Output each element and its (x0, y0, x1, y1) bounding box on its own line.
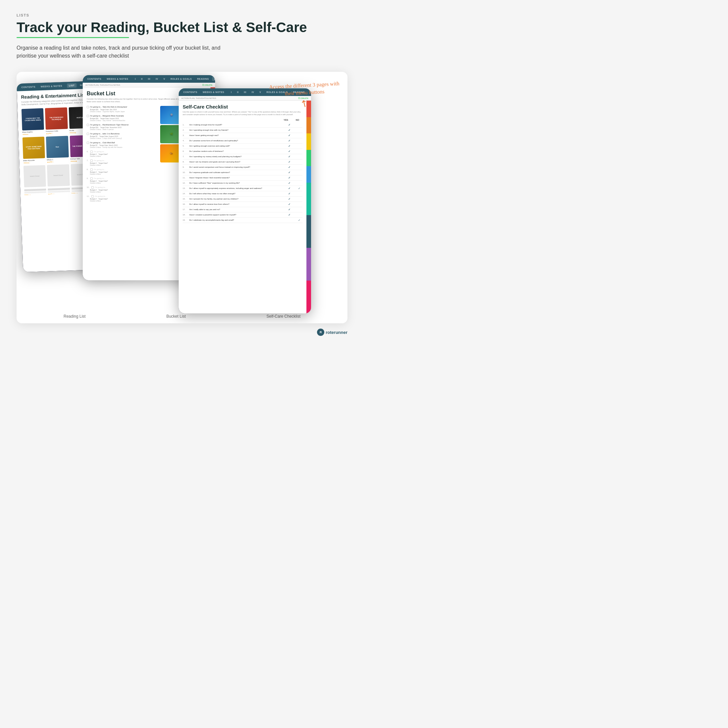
selfcare-nav-v[interactable]: V (257, 90, 263, 94)
reading-list-caption: Reading List (64, 314, 86, 319)
bucket-item-1: I'm going to... Take the Kids to Disneyl… (87, 106, 158, 113)
bucket-nav-contents[interactable]: CONTENTS (86, 77, 104, 81)
selfcare-item-12: 12.Do I have sufficient "flow" experienc… (183, 180, 303, 186)
selfcare-item-14: 14.Do I tell others what they mean to me… (183, 191, 303, 197)
bucket-list-caption: Bucket List (167, 314, 186, 319)
selfcare-tablet: CONTENTS WEEKS & NOTES I II III IV V ROL… (179, 88, 311, 314)
bucket-item-4: I'm going to... take 1 to Barcelona Budg… (87, 133, 158, 139)
selfcare-caption: Self-Care Checklist (266, 314, 300, 319)
nav-list[interactable]: LIST (67, 83, 77, 88)
bucket-nav-i[interactable]: I (133, 77, 138, 81)
annotation-arrow: ↙ (298, 98, 311, 110)
book-cover-empty-2: Insert Cover (47, 164, 69, 186)
bucket-item-7: 7.I'm going to...Budget # Target Date?De… (87, 159, 158, 166)
yes-label: YES (283, 119, 289, 121)
selfcare-item-9: 9.Do I avoid social comparison and focus… (183, 165, 303, 170)
book-rating-1: ★★★★☆ (22, 133, 44, 135)
book-cover-6: flow (46, 136, 69, 158)
selfcare-nav-ii[interactable]: II (235, 90, 240, 94)
bucket-nav-roles[interactable]: ROLES & GOALS (168, 77, 194, 81)
selfcare-item-6: 6.Do I practise random acts of kindness?… (183, 149, 303, 154)
devices-container: Access the different 3 pages with their … (17, 72, 347, 323)
selfcare-item-2: 2.Am I spending enough time with my frie… (183, 128, 303, 133)
brand-logo: R roterunner (317, 329, 347, 336)
book-rating-5: ★★★★☆ (23, 161, 45, 164)
category-label: LISTS (17, 13, 347, 17)
title-underline (17, 37, 129, 38)
book-rating-2: ★★★★☆ (46, 132, 68, 135)
selfcare-item-10: 10.Do I express gratitude and cultivate … (183, 170, 303, 175)
selfcare-item-1: 1.Am I making enough time for myself?✓ (183, 122, 303, 128)
book-rating-6: ★★★★☆ (47, 160, 69, 163)
brand-icon: R (317, 329, 324, 336)
selfcare-nav-weeks[interactable]: WEEKS & NOTES (201, 90, 226, 94)
bucket-item-2: I'm going to... Margaret River Australia… (87, 115, 158, 121)
bucket-item-5: I'm going to... Club Med Ball Budget $7 … (87, 142, 158, 148)
bucket-nav-iii[interactable]: III (146, 77, 152, 81)
page-subtitle: Organise a reading list and take notes, … (17, 44, 242, 60)
bucket-item-10: 10.I'm going to...Budget # Target Date?D… (87, 186, 158, 193)
bucket-nav-bar: CONTENTS WEEKS & NOTES I II III IV V ROL… (83, 75, 215, 83)
bucket-item-3: I'm going to... Ranthamboure Tiger Reser… (87, 124, 158, 130)
selfcare-item-18: 18.Have I created a powerful support sys… (183, 213, 303, 218)
bucket-nav-iv[interactable]: IV (153, 77, 160, 81)
book-cover-5: START SOMETHING THAT MATTERS (23, 137, 45, 159)
bucket-item-9: 9.I'm going to...Budget # Target Date?De… (87, 177, 158, 184)
selfcare-item-13: 13.Do I allow myself to appropriately ex… (183, 186, 303, 191)
bucket-nav-ii[interactable]: II (139, 77, 145, 81)
book-cover-2: THE POMODORO TECHNIQUE (45, 107, 67, 129)
book-cover-empty-1: Insert Cover (23, 165, 46, 187)
nav-contents[interactable]: CONTENTS (19, 85, 37, 90)
selfcare-nav-i[interactable]: I (229, 90, 234, 94)
brand-name: roterunner (326, 330, 347, 335)
selfcare-item-7: 7.Am I spending my money wisely and plan… (183, 154, 303, 159)
bucket-nav-reading[interactable]: READING (195, 77, 211, 81)
bucket-nav-weeks[interactable]: WEEKS & NOTES (105, 77, 130, 81)
annotation-text: Access the different 3 pages with their … (268, 80, 341, 98)
selfcare-item-11: 11.Have I forgiven those I feel resentfu… (183, 175, 303, 180)
selfcare-item-4: 4.Do I practise some form of mindfulness… (183, 138, 303, 144)
selfcare-item-3: 3.Have I been getting enough rest?✓ (183, 133, 303, 138)
selfcare-action-plan: ACTION PLAN, THOUGHTS & NOTES (181, 97, 216, 99)
selfcare-item-16: 16.Do I allow myself to receive love fro… (183, 202, 303, 207)
bucket-item-11: 11.I'm going to...Budget # Target Date?D… (87, 195, 158, 202)
book-cover-1: I KNOW WHY THE CAGED BIRD SINGS (21, 108, 44, 130)
no-label: NO (294, 119, 301, 121)
selfcare-subtitle: Use this space to check in with yourself… (183, 110, 303, 116)
bucket-item-8: 8.I'm going to...Budget # Target Date?De… (87, 168, 158, 175)
nav-weeks[interactable]: WEEKS & NOTES (39, 84, 64, 89)
selfcare-item-5: 5.Am I getting enough exercise and eatin… (183, 144, 303, 149)
branding-area: R roterunner (17, 329, 347, 336)
selfcare-nav-iv[interactable]: IV (249, 90, 256, 94)
bucket-create-btn[interactable]: ☰ CREATE (202, 84, 213, 86)
page-title: Track your Reading, Bucket List & Self-C… (17, 20, 347, 35)
bucket-item-6: 6.I'm going to...Budget # Target Date?De… (87, 151, 158, 157)
bucket-nav-bucket[interactable]: BUCKET (212, 77, 215, 81)
bucket-nav-v[interactable]: V (162, 77, 167, 81)
selfcare-item-15: 15.Am I present for my family, my partne… (183, 197, 303, 202)
bucket-action-plan: ACTION PLAN, THOUGHTS & NOTES (86, 84, 120, 86)
selfcare-nav-iii[interactable]: III (242, 90, 248, 94)
selfcare-item-19: 19.Do I celebrate my accomplishments big… (183, 218, 303, 223)
selfcare-item-8: 8.Have I set my dreams and goals and am … (183, 159, 303, 165)
selfcare-item-17: 17.Am I really able to say yes and no?✓ (183, 207, 303, 213)
annotation-area: Access the different 3 pages with their … (268, 82, 341, 109)
selfcare-nav-contents[interactable]: CONTENTS (181, 90, 200, 94)
